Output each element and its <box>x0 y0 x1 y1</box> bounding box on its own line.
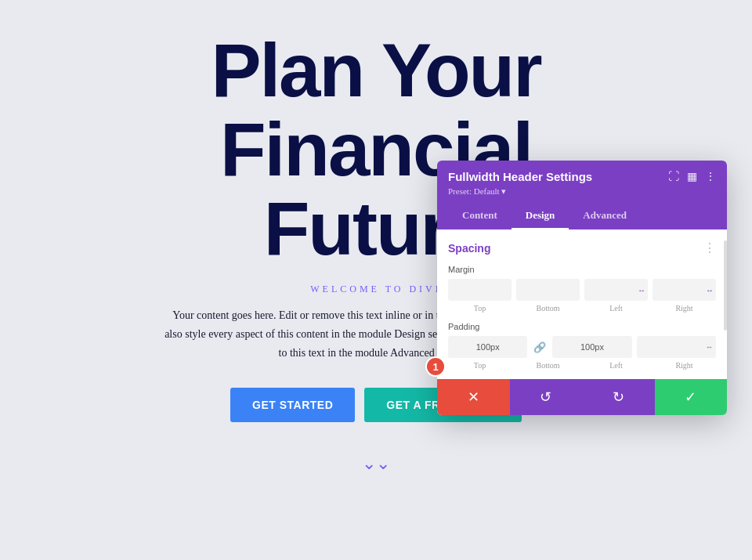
padding-label-left: Left <box>584 361 648 370</box>
spacing-section-header: Spacing ⋮ <box>448 240 716 255</box>
padding-link-button[interactable]: 🔗 <box>532 341 548 353</box>
padding-bottom-field[interactable] <box>552 336 631 358</box>
margin-bottom-input[interactable] <box>516 285 580 294</box>
panel-title-row: Fullwidth Header Settings ⛶ ▦ ⋮ <box>448 170 716 183</box>
padding-label-right: Right <box>653 361 716 370</box>
panel-body: Spacing ⋮ Margin ↔ ↔ Top Bottom Left <box>437 229 727 370</box>
padding-top-field[interactable] <box>448 336 527 358</box>
margin-link-icon: ↔ <box>638 286 645 294</box>
padding-label: Padding <box>448 322 716 331</box>
spacing-menu-icon[interactable]: ⋮ <box>703 240 716 255</box>
spacing-section-title: Spacing <box>448 242 490 255</box>
margin-top-input[interactable] <box>448 285 512 294</box>
margin-fields: ↔ ↔ <box>448 279 716 301</box>
padding-top-input[interactable] <box>448 342 527 352</box>
tab-content[interactable]: Content <box>448 203 512 229</box>
get-started-button[interactable]: Get Started <box>230 388 355 422</box>
tab-advanced[interactable]: Advanced <box>569 203 641 229</box>
padding-right-field[interactable]: ↔ <box>637 336 716 358</box>
margin-right-link-icon: ↔ <box>706 286 714 294</box>
panel-header: Fullwidth Header Settings ⛶ ▦ ⋮ Preset: … <box>437 161 727 229</box>
settings-panel: Fullwidth Header Settings ⛶ ▦ ⋮ Preset: … <box>437 161 727 415</box>
redo-button[interactable]: ↻ <box>582 379 655 415</box>
padding-labels: Top Bottom Left Right <box>448 361 716 370</box>
scroll-down-icon[interactable]: ⌄⌄ <box>362 453 390 474</box>
margin-top-field[interactable] <box>448 279 512 301</box>
notification-badge: 1 <box>425 356 446 377</box>
margin-left-field[interactable]: ↔ <box>584 279 648 301</box>
cancel-button[interactable]: ✕ <box>437 379 510 415</box>
label-left: Left <box>584 304 648 313</box>
label-bottom: Bottom <box>516 304 580 313</box>
padding-label-top: Top <box>448 361 512 370</box>
panel-title: Fullwidth Header Settings <box>448 170 592 183</box>
hero-subtitle: Welcome to Divi <box>310 284 442 295</box>
margin-labels: Top Bottom Left Right <box>448 304 716 313</box>
label-right: Right <box>653 304 716 313</box>
save-button[interactable]: ✓ <box>655 379 728 415</box>
expand-icon[interactable]: ⛶ <box>668 171 679 183</box>
more-icon[interactable]: ⋮ <box>705 170 716 183</box>
panel-footer: ✕ ↺ ↻ ✓ <box>437 379 727 415</box>
margin-right-field[interactable]: ↔ <box>653 279 716 301</box>
undo-button[interactable]: ↺ <box>510 379 583 415</box>
panel-tabs: Content Design Advanced <box>448 203 716 229</box>
padding-right-icon: ↔ <box>706 343 713 351</box>
grid-icon[interactable]: ▦ <box>687 170 697 183</box>
padding-bottom-input[interactable] <box>552 342 631 352</box>
scrollbar[interactable] <box>724 240 727 331</box>
tab-design[interactable]: Design <box>512 203 569 229</box>
panel-preset[interactable]: Preset: Default ▾ <box>448 186 716 197</box>
panel-title-icons: ⛶ ▦ ⋮ <box>668 170 716 183</box>
margin-bottom-field[interactable] <box>516 279 580 301</box>
padding-right-input[interactable] <box>645 342 708 352</box>
label-top: Top <box>448 304 512 313</box>
padding-label-bottom: Bottom <box>516 361 580 370</box>
padding-fields: 🔗 ↔ <box>448 336 716 358</box>
margin-label: Margin <box>448 265 716 274</box>
